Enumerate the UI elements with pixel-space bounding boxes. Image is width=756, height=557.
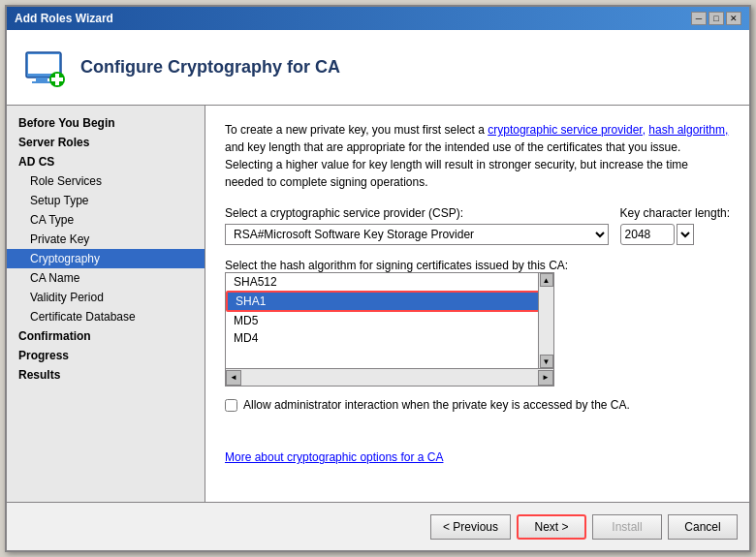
minimize-button[interactable]: ─ — [691, 12, 707, 25]
content-area: Before You BeginServer RolesAD CSRole Se… — [7, 106, 749, 502]
hash-list-container: SHA512 SHA1 MD5 MD4 ▲ ▼ — [225, 272, 554, 369]
checkbox-label: Allow administrator interaction when the… — [243, 398, 630, 412]
hscroll-track — [241, 372, 538, 384]
csp-select[interactable]: RSA#Microsoft Software Key Storage Provi… — [225, 224, 609, 245]
wizard-header: Configure Cryptography for CA — [7, 30, 749, 106]
sidebar-item-progress: Progress — [7, 346, 205, 365]
title-bar: Add Roles Wizard ─ □ ✕ — [7, 7, 749, 30]
sidebar-item-private-key[interactable]: Private Key — [7, 230, 205, 249]
window-title: Add Roles Wizard — [15, 12, 113, 25]
hscroll-left-button[interactable]: ◄ — [226, 370, 241, 386]
hash-scrollbar: ▲ ▼ — [538, 273, 553, 368]
header-svg-icon — [22, 45, 69, 91]
checkbox-row: Allow administrator interaction when the… — [225, 398, 730, 412]
close-button[interactable]: ✕ — [726, 12, 741, 25]
sidebar-item-validity-period[interactable]: Validity Period — [7, 288, 205, 307]
sidebar-item-results: Results — [7, 365, 205, 385]
hash-item-sha512[interactable]: SHA512 — [226, 273, 553, 291]
sidebar-item-setup-type[interactable]: Setup Type — [7, 191, 205, 210]
svg-rect-1 — [28, 54, 59, 74]
sidebar-item-server-roles: Server Roles — [7, 133, 205, 152]
more-about-link[interactable]: More about cryptographic options for a C… — [225, 450, 443, 464]
next-button[interactable]: Next > — [517, 514, 586, 540]
hash-hscroll: ◄ ► — [225, 369, 554, 387]
page-title: Configure Cryptography for CA — [80, 57, 340, 77]
title-bar-buttons: ─ □ ✕ — [691, 12, 741, 25]
main-content: To create a new private key, you must fi… — [205, 106, 749, 502]
sidebar-item-cryptography[interactable]: Cryptography — [7, 249, 205, 268]
hash-link[interactable]: hash algorithm, — [648, 123, 728, 137]
csp-link[interactable]: cryptographic service provider, — [488, 123, 646, 137]
key-length-row: ▼ — [620, 224, 730, 245]
bottom-bar: < Previous Next > Install Cancel — [7, 502, 749, 550]
hash-item-md5[interactable]: MD5 — [226, 312, 553, 329]
sidebar-item-certificate-database[interactable]: Certificate Database — [7, 307, 205, 326]
sidebar-item-role-services[interactable]: Role Services — [7, 171, 205, 191]
wizard-icon — [22, 45, 69, 91]
sidebar-item-confirmation: Confirmation — [7, 326, 205, 346]
hscroll-right-button[interactable]: ► — [538, 370, 553, 386]
scroll-down-button[interactable]: ▼ — [540, 355, 553, 368]
svg-rect-3 — [32, 81, 51, 83]
admin-interaction-checkbox[interactable] — [225, 399, 237, 412]
install-button[interactable]: Install — [592, 514, 662, 540]
csp-label: Select a cryptographic service provider … — [225, 206, 609, 220]
hash-list: SHA512 SHA1 MD5 MD4 — [226, 273, 553, 347]
hash-item-sha1[interactable]: SHA1 — [226, 291, 553, 312]
svg-rect-6 — [51, 77, 63, 81]
sidebar-item-before-you-begin: Before You Begin — [7, 113, 205, 133]
key-length-input[interactable] — [620, 224, 675, 245]
hash-section: Select the hash algorithm for signing ce… — [225, 259, 730, 387]
previous-button[interactable]: < Previous — [430, 514, 511, 540]
intro-text: To create a new private key, you must fi… — [225, 121, 730, 191]
svg-rect-2 — [36, 77, 47, 81]
hash-label: Select the hash algorithm for signing ce… — [225, 259, 568, 272]
hash-item-md4[interactable]: MD4 — [226, 329, 553, 347]
hash-list-wrapper: SHA512 SHA1 MD5 MD4 ▲ ▼ ◄ — [225, 272, 554, 387]
intro-part1: To create a new private key, you must fi… — [225, 123, 488, 137]
more-link-container: More about cryptographic options for a C… — [225, 450, 730, 464]
key-length-dropdown[interactable]: ▼ — [677, 224, 694, 245]
intro-part3: and key length that are appropriate for … — [225, 140, 688, 189]
csp-row: Select a cryptographic service provider … — [225, 206, 730, 245]
sidebar-item-ad-cs: AD CS — [7, 152, 205, 171]
scroll-up-button[interactable]: ▲ — [540, 273, 553, 287]
key-length-group: Key character length: ▼ — [620, 206, 730, 245]
maximize-button[interactable]: □ — [709, 12, 724, 25]
wizard-window: Add Roles Wizard ─ □ ✕ Configure Cryptog… — [5, 5, 751, 552]
sidebar-item-ca-name[interactable]: CA Name — [7, 268, 205, 288]
cancel-button[interactable]: Cancel — [668, 514, 738, 540]
sidebar: Before You BeginServer RolesAD CSRole Se… — [7, 106, 205, 502]
csp-group: Select a cryptographic service provider … — [225, 206, 609, 245]
key-length-label: Key character length: — [620, 206, 730, 220]
sidebar-item-ca-type[interactable]: CA Type — [7, 210, 205, 230]
